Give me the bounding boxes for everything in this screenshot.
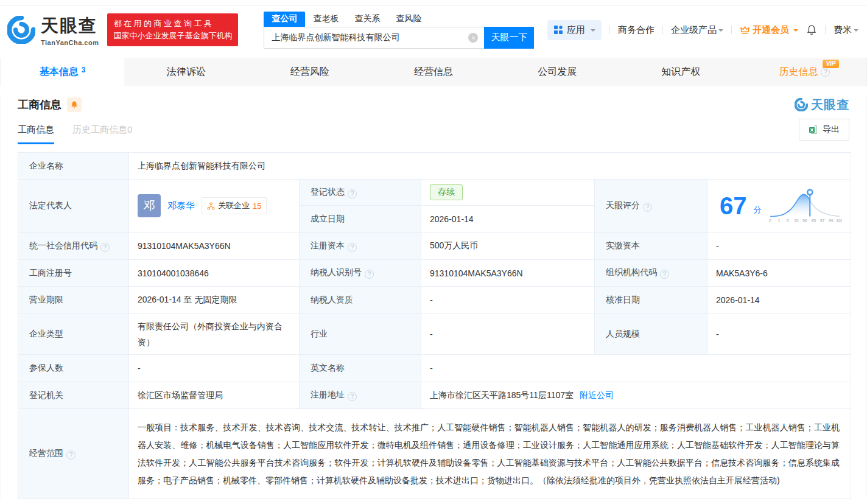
field-label: 统一社会信用代码? <box>18 233 129 260</box>
avatar[interactable]: 邓 <box>138 194 161 217</box>
legal-rep-link[interactable]: 邓泰华 <box>167 200 195 212</box>
brand-domain: TianYanCha.com <box>41 39 99 46</box>
table-row: 法定代表人 邓 邓泰华 关联企业 15 <box>18 180 851 206</box>
search-tab-risk[interactable]: 查风险 <box>388 12 429 27</box>
slogan-line-2: 国家中小企业发展子基金旗下机构 <box>113 30 232 42</box>
tab-count-badge: 3 <box>82 66 86 74</box>
svg-text:0: 0 <box>769 219 771 223</box>
score-bell-curve-chart: 0 1 3 15 50 85 97 99 100 <box>768 187 842 224</box>
table-row: 营业期限 2026-01-14 至 无固定期限 纳税人资质 - 核准日期 202… <box>18 287 851 313</box>
field-label: 行业 <box>300 313 421 355</box>
subtab-history-business-info[interactable]: 历史工商信息0 <box>72 124 132 144</box>
search-input[interactable] <box>264 27 484 49</box>
slogan-banner: 都在用的商业查询工具 国家中小企业发展子基金旗下机构 <box>107 13 238 46</box>
subtab-row: 工商信息 历史工商信息0 导出 <box>18 121 849 144</box>
nav-open-vip[interactable]: 开通会员 <box>740 24 798 36</box>
tianyancha-logo-icon <box>7 16 35 44</box>
clear-icon[interactable]: × <box>468 33 478 43</box>
field-label: 参保人数 <box>18 355 129 382</box>
score-unit: 分 <box>754 205 762 215</box>
company-type-value: 有限责任公司（外商投资企业与内资合资） <box>129 313 300 355</box>
nav-enterprise-products[interactable]: 企业级产品 <box>671 24 723 36</box>
svg-text:3: 3 <box>786 219 788 223</box>
tianyancha-watermark: 天眼查 <box>795 97 849 113</box>
help-icon[interactable]: ? <box>660 270 669 279</box>
vip-badge: VIP <box>823 60 838 68</box>
search-tab-relation[interactable]: 查关系 <box>346 12 388 27</box>
crown-icon <box>740 26 750 34</box>
table-row: 经营范围? 一般项目：技术服务、技术开发、技术咨询、技术交流、技术转让、技术推广… <box>18 409 851 499</box>
apps-menu-label: 应用 <box>567 24 585 36</box>
search-button[interactable]: 天眼一下 <box>484 27 534 49</box>
export-button[interactable]: 导出 <box>799 119 849 141</box>
tianyancha-watermark-icon <box>795 98 808 111</box>
search-tab-boss[interactable]: 查老板 <box>305 12 346 27</box>
related-companies-badge[interactable]: 关联企业 15 <box>202 197 267 214</box>
help-icon[interactable]: ? <box>66 450 75 460</box>
search-box: × 天眼一下 <box>264 27 534 49</box>
field-label: 人员规模 <box>595 313 707 355</box>
tab-intellectual-property[interactable]: 知识产权 <box>619 58 743 86</box>
svg-text:97: 97 <box>820 219 824 223</box>
monitor-bell-icon[interactable] <box>67 97 82 112</box>
reg-authority-value: 徐汇区市场监督管理局 <box>129 382 300 409</box>
field-label: 实缴资本 <box>595 233 707 260</box>
subtab-business-info[interactable]: 工商信息 <box>18 124 54 144</box>
field-label: 经营范围? <box>18 409 129 499</box>
paid-capital-value: - <box>707 233 851 260</box>
field-label: 企业类型 <box>18 313 129 355</box>
svg-text:100: 100 <box>836 219 842 223</box>
slogan-line-1: 都在用的商业查询工具 <box>113 18 232 30</box>
tab-history-info[interactable]: 历史信息 ? VIP <box>743 58 866 86</box>
field-label: 英文名称 <box>300 355 421 382</box>
chevron-down-icon <box>718 29 723 34</box>
svg-text:15: 15 <box>794 219 799 223</box>
taxpayer-qual-value: - <box>421 287 595 313</box>
tianyancha-logo[interactable]: 天眼查 TianYanCha.com <box>7 14 99 46</box>
page-top-divider <box>0 0 867 5</box>
help-icon[interactable]: ? <box>365 270 374 279</box>
help-icon[interactable]: ? <box>348 189 357 198</box>
nav-divider <box>825 26 826 34</box>
field-label: 法定代表人 <box>18 180 129 233</box>
field-label: 企业名称 <box>18 153 129 180</box>
site-header: 天眼查 TianYanCha.com 都在用的商业查询工具 国家中小企业发展子基… <box>0 5 867 54</box>
field-label: 登记机关 <box>18 382 129 409</box>
user-account-menu[interactable]: 费米 <box>834 24 858 36</box>
company-name-value: 上海临界点创新智能科技有限公司 <box>129 153 851 180</box>
table-row: 登记机关 徐汇区市场监督管理局 注册地址? 上海市徐汇区天平路185号11层11… <box>18 382 851 409</box>
nav-business-coop[interactable]: 商务合作 <box>618 24 655 36</box>
tab-legal-litigation[interactable]: 法律诉讼 <box>124 58 248 86</box>
nearby-companies-link[interactable]: 附近公司 <box>580 390 614 400</box>
field-label: 注册地址? <box>300 382 421 409</box>
field-label: 成立日期 <box>300 206 421 233</box>
org-network-icon <box>207 202 215 210</box>
score-cell: 67 分 <box>707 180 851 233</box>
nav-divider <box>662 26 663 34</box>
table-row: 工商注册号 310104001038646 纳税人识别号? 91310104MA… <box>18 260 851 287</box>
help-icon[interactable]: ? <box>348 392 357 401</box>
help-icon[interactable]: ? <box>348 243 357 252</box>
apps-menu[interactable]: 应用 <box>547 20 602 40</box>
legal-rep-cell: 邓 邓泰华 关联企业 15 <box>129 180 300 233</box>
search-tab-company[interactable]: 查公司 <box>264 12 305 27</box>
reg-address-cell: 上海市徐汇区天平路185号11层1107室附近公司 <box>421 382 851 409</box>
tab-company-development[interactable]: 公司发展 <box>496 58 619 86</box>
help-icon[interactable]: ? <box>643 203 652 212</box>
tab-operation-info[interactable]: 经营信息 <box>371 58 495 86</box>
top-nav: 应用 商务合作 企业级产品 开通会员 费米 <box>547 20 858 40</box>
help-icon[interactable]: ? <box>821 68 830 77</box>
related-companies-count: 15 <box>253 201 261 211</box>
table-row: 企业类型 有限责任公司（外商投资企业与内资合资） 行业 - 人员规模 - <box>18 313 851 355</box>
company-tabbar: 基本信息 3 法律诉讼 经营风险 经营信息 公司发展 知识产权 历史信息 ? V… <box>0 58 867 86</box>
notifications-bell-icon[interactable] <box>806 24 817 35</box>
status-badge: 存续 <box>430 184 463 200</box>
tab-operation-risk[interactable]: 经营风险 <box>248 58 371 86</box>
business-scope-value: 一般项目：技术服务、技术开发、技术咨询、技术交流、技术转让、技术推广；人工智能硬… <box>138 419 844 489</box>
table-row: 统一社会信用代码? 91310104MAK5A3Y66N 注册资本? 500万人… <box>18 233 851 260</box>
tab-basic-info[interactable]: 基本信息 3 <box>1 58 124 86</box>
help-icon[interactable]: ? <box>100 243 110 252</box>
field-label: 营业期限 <box>18 287 129 313</box>
field-label: 组织机构代码? <box>595 260 707 287</box>
field-label: 登记状态? <box>300 180 421 206</box>
